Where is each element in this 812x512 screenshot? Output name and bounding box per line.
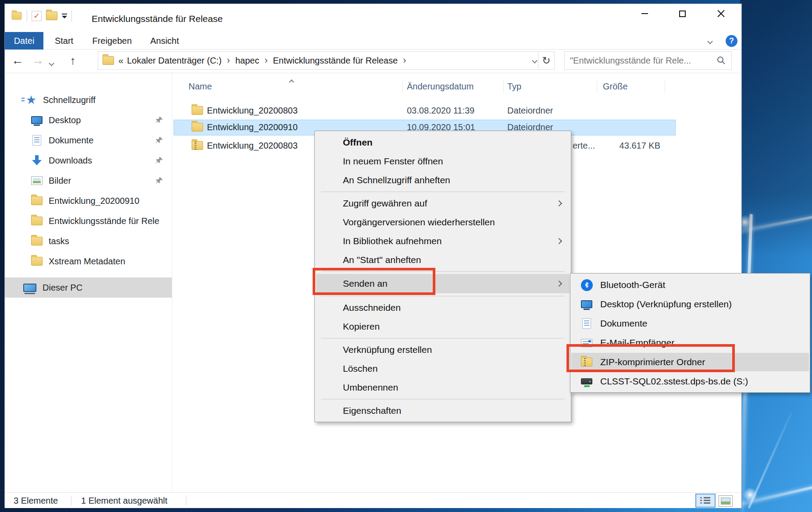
close-button[interactable] [710, 5, 732, 22]
items-count: 3 Elemente [14, 496, 58, 506]
annotation-box-zip-ordner [566, 344, 735, 372]
zip-folder-icon [192, 141, 203, 150]
menu-item-eigenschaften[interactable]: Eigenschaften [315, 401, 571, 420]
properties-check-icon[interactable]: ✓ [32, 11, 42, 21]
breadcrumb-separator-icon[interactable]: › [403, 56, 406, 65]
breadcrumb-separator-icon[interactable]: › [264, 56, 267, 65]
menu-item-kopieren[interactable]: Kopieren [315, 317, 571, 336]
file-size: 43.617 KB [575, 141, 660, 151]
file-name[interactable]: Entwicklung_20200803 [207, 141, 298, 151]
tab-start[interactable]: Start [49, 32, 79, 50]
column-resize-handle[interactable] [597, 80, 597, 92]
tab-freigeben[interactable]: Freigeben [89, 32, 135, 50]
column-resize-handle[interactable] [665, 80, 665, 92]
sidebar-item-desktop[interactable]: Desktop [5, 110, 172, 130]
document-icon [32, 135, 41, 146]
column-resize-handle[interactable] [503, 80, 504, 92]
menu-separator [315, 336, 571, 340]
forward-button[interactable]: → [30, 52, 45, 69]
menu-item-vorgaengerversionen[interactable]: Vorgängerversionen wiederherstellen [315, 213, 571, 231]
sidebar-item-label: Downloads [49, 156, 92, 166]
column-resize-handle[interactable] [402, 80, 403, 92]
sidebar-item-entwicklungsstaende[interactable]: Entwicklungsstände für Rele [5, 211, 172, 231]
menu-item-an-start-anheften[interactable]: An "Start" anheften [315, 250, 571, 269]
collapse-ribbon-icon[interactable] [708, 37, 712, 45]
address-dropdown-icon[interactable] [532, 58, 538, 64]
folder-icon [31, 257, 43, 266]
recent-locations-chevron-icon[interactable] [50, 59, 53, 67]
close-icon [717, 10, 725, 18]
submenu-arrow-icon [556, 281, 562, 287]
pin-icon [156, 116, 163, 124]
tab-datei[interactable]: Datei [5, 32, 43, 50]
pin-icon [156, 136, 163, 144]
submenu-item-dokumente[interactable]: Dokumente [570, 314, 810, 333]
window-title: Entwicklungsstände für Release [92, 14, 223, 24]
column-header-name[interactable]: Name [189, 82, 212, 92]
menu-item-in-neuem-fenster[interactable]: In neuem Fenster öffnen [315, 152, 571, 171]
quick-access-star-icon [25, 94, 38, 106]
picture-icon [31, 176, 43, 185]
sidebar-item-dokumente[interactable]: Dokumente [5, 130, 172, 150]
menu-item-verknuepfung-erstellen[interactable]: Verknüpfung erstellen [315, 340, 571, 359]
folder-icon [192, 123, 203, 132]
menu-item-umbenennen[interactable]: Umbenennen [315, 378, 571, 397]
column-header-size[interactable]: Größe [603, 82, 628, 92]
minimize-button[interactable] [634, 5, 655, 22]
breadcrumb-current-folder[interactable]: Entwicklungsstände für Release [273, 56, 398, 66]
file-name[interactable]: Entwicklung_20200803 [207, 106, 298, 116]
thumbnail-view-icon [721, 498, 730, 505]
tab-ansicht[interactable]: Ansicht [146, 32, 183, 50]
submenu-item-network-drive[interactable]: CLSST-SQL02.sstest.dps-bs.de (S:) [570, 372, 810, 391]
sidebar-item-xstream-metadaten[interactable]: Xstream Metadaten [5, 251, 172, 271]
sidebar-item-label: Schnellzugriff [43, 95, 96, 105]
sidebar-item-bilder[interactable]: Bilder [5, 171, 172, 191]
breadcrumb-overflow[interactable]: « [118, 55, 124, 66]
file-name[interactable]: Entwicklung_20200910 [207, 122, 298, 132]
submenu-item-bluetooth[interactable]: Bluetooth-Gerät [570, 275, 810, 295]
menu-separator [315, 397, 571, 401]
menu-item-an-schnellzugriff[interactable]: An Schnellzugriff anheften [315, 171, 571, 189]
breadcrumb-hapec[interactable]: hapec [235, 56, 260, 66]
pane-divider[interactable] [172, 73, 172, 492]
desktop: ✓ Entwicklungsstände für Release Datei S… [0, 0, 812, 512]
up-button[interactable]: ↑ [65, 52, 80, 69]
address-bar[interactable]: « Lokaler Datenträger (C:) › hapec › Ent… [98, 51, 541, 70]
menu-item-oeffnen[interactable]: Öffnen [315, 133, 571, 152]
column-header-date[interactable]: Änderungsdatum [407, 82, 474, 92]
sidebar-item-entwicklung-20200910[interactable]: Entwicklung_20200910 [5, 191, 172, 211]
toolbar-divider [27, 10, 27, 21]
sidebar-item-downloads[interactable]: Downloads [5, 150, 172, 171]
customize-quick-access-dropdown-icon[interactable] [62, 14, 67, 18]
selection-count: 1 Element ausgewählt [81, 496, 167, 506]
ribbon-tab-row: Datei Start Freigeben Ansicht ? [5, 32, 741, 50]
refresh-button[interactable]: ↻ [538, 51, 555, 70]
breadcrumb-separator-icon[interactable]: › [227, 56, 230, 65]
new-folder-icon[interactable] [46, 11, 57, 20]
thumbnail-view-button[interactable] [719, 495, 733, 507]
sidebar-item-schnellzugriff[interactable]: Schnellzugriff [5, 90, 172, 110]
menu-item-loeschen[interactable]: Löschen [315, 359, 571, 378]
sidebar-item-dieser-pc[interactable]: Dieser PC [5, 277, 172, 298]
maximize-button[interactable] [671, 5, 693, 22]
desktop-wallpaper [740, 0, 812, 512]
menu-item-in-bibliothek[interactable]: In Bibliothek aufnehmen [315, 231, 571, 250]
submenu-arrow-icon [556, 238, 562, 244]
breadcrumb-drive[interactable]: Lokaler Datenträger (C:) [127, 56, 222, 66]
search-input[interactable]: "Entwicklungsstände für Rele... [564, 51, 732, 70]
column-header-type[interactable]: Typ [507, 82, 521, 92]
help-button[interactable]: ? [726, 35, 737, 47]
sidebar-item-label: Entwicklungsstände für Rele [49, 216, 159, 226]
file-date: 03.08.2020 11:39 [407, 106, 474, 116]
search-icon[interactable] [716, 56, 726, 65]
menu-item-zugriff-gewaehren[interactable]: Zugriff gewähren auf [315, 194, 571, 213]
menu-item-ausschneiden[interactable]: Ausschneiden [315, 298, 571, 317]
back-button[interactable]: ← [10, 52, 25, 69]
submenu-item-desktop-verknuepfung[interactable]: Desktop (Verknüpfung erstellen) [570, 295, 810, 314]
details-view-button[interactable] [695, 494, 716, 508]
file-row-entwicklung-20200803[interactable]: Entwicklung_20200803 03.08.2020 11:39 Da… [172, 103, 741, 119]
pin-icon [156, 156, 163, 164]
sidebar-item-tasks[interactable]: tasks [5, 231, 172, 251]
sort-ascending-icon[interactable] [290, 76, 293, 86]
monitor-icon [581, 300, 592, 308]
